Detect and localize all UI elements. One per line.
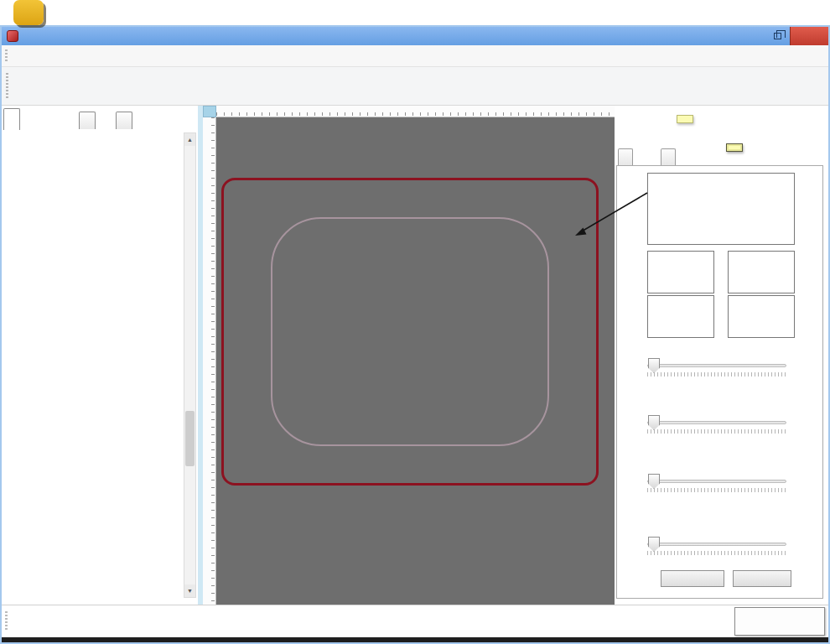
background-property-tooltip [677, 115, 693, 123]
swatch-teal[interactable] [728, 295, 795, 338]
window-bottom-edge [2, 637, 828, 642]
website-banner [13, 0, 44, 25]
tab-property[interactable] [618, 148, 633, 166]
sidebar-scrollbar[interactable]: ▲ ▼ [184, 132, 196, 598]
restore-button[interactable] [765, 27, 790, 45]
h-ruler-ticks [216, 112, 615, 116]
brightness-slider-thumb[interactable] [648, 415, 660, 430]
scrollbar-thumb[interactable] [185, 411, 195, 466]
restore-icon [774, 33, 781, 39]
app-window: ▲ ▼ [0, 25, 830, 644]
toolbar-grip [6, 73, 8, 100]
v-ruler-ticks [211, 117, 215, 605]
tab-styles[interactable] [79, 112, 96, 129]
tab-backgrounds[interactable] [3, 108, 20, 130]
tab-fill-background[interactable] [661, 148, 676, 166]
hue-slider-ticks [647, 551, 786, 555]
background-property-panel [615, 106, 828, 605]
hue-slider-thumb[interactable] [648, 537, 660, 552]
main-area: ▲ ▼ [2, 106, 828, 605]
background-preview[interactable] [647, 173, 795, 245]
swatch-blue[interactable] [728, 251, 795, 293]
toolbar [2, 67, 828, 106]
status-bar [2, 605, 828, 637]
statusbar-grip [5, 611, 8, 631]
menu-bar [2, 45, 828, 67]
effects-content-box [616, 165, 823, 599]
tab-background-effects[interactable] [726, 143, 743, 152]
flower-decoration-top-left [249, 207, 301, 259]
vertical-ruler [203, 117, 216, 605]
ruler-corner [203, 106, 216, 117]
flower-decoration-top-right [516, 210, 568, 262]
card-ornament-frame [271, 217, 549, 446]
horizontal-ruler [216, 106, 615, 117]
gamma-slider-thumb[interactable] [648, 358, 660, 373]
contrast-slider-ticks [647, 488, 786, 492]
flower-decoration-bottom-right [514, 392, 566, 444]
tab-shapes[interactable] [116, 112, 132, 129]
reset-button[interactable] [733, 570, 791, 587]
contrast-slider[interactable] [647, 480, 786, 483]
swatch-magenta[interactable] [647, 251, 714, 293]
swatch-green[interactable] [647, 295, 714, 338]
birthday-card[interactable] [221, 178, 599, 486]
close-button[interactable] [790, 27, 828, 45]
menu-grip [5, 49, 8, 63]
flower-decoration-bottom-left [251, 397, 303, 449]
scroll-down-icon[interactable]: ▼ [184, 584, 195, 597]
canvas-area [203, 106, 615, 605]
design-canvas[interactable] [216, 117, 615, 605]
scroll-up-icon[interactable]: ▲ [184, 133, 195, 146]
brightness-slider-ticks [647, 429, 786, 434]
hue-slider[interactable] [647, 543, 786, 546]
backgrounds-panel: ▲ ▼ [2, 106, 198, 605]
apply-button[interactable] [661, 570, 724, 587]
feedback-badge[interactable] [734, 607, 825, 636]
brightness-slider[interactable] [647, 421, 786, 424]
app-icon [7, 30, 18, 42]
title-bar [2, 27, 828, 45]
gamma-slider[interactable] [647, 364, 786, 367]
contrast-slider-thumb[interactable] [648, 474, 660, 489]
gamma-slider-ticks [647, 372, 786, 377]
minimize-button[interactable] [739, 27, 765, 45]
